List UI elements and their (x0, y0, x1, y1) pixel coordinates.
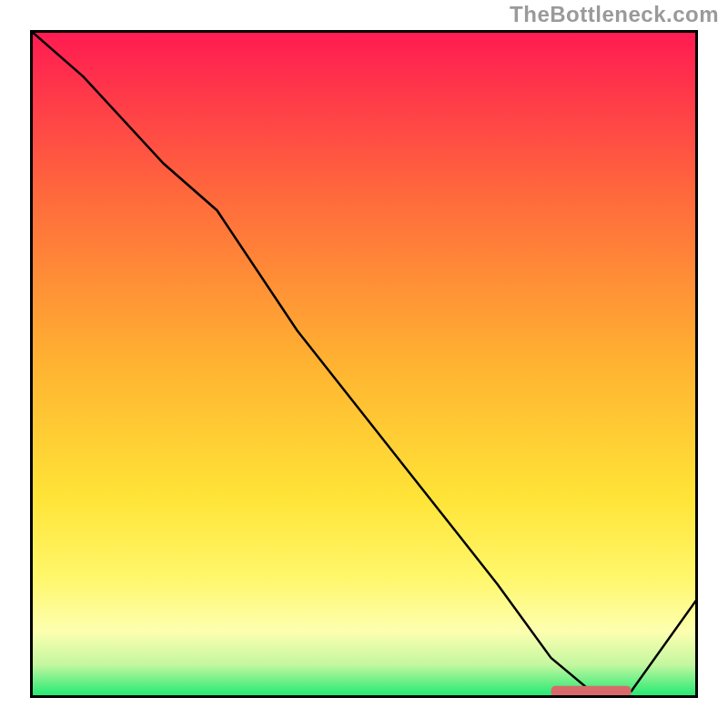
chart-svg (30, 30, 698, 698)
watermark-text: TheBottleneck.com (510, 2, 719, 27)
optimal-range-marker (551, 686, 632, 697)
gradient-background (30, 30, 698, 698)
plot-area (30, 30, 698, 698)
chart-container: TheBottleneck.com (0, 0, 728, 728)
